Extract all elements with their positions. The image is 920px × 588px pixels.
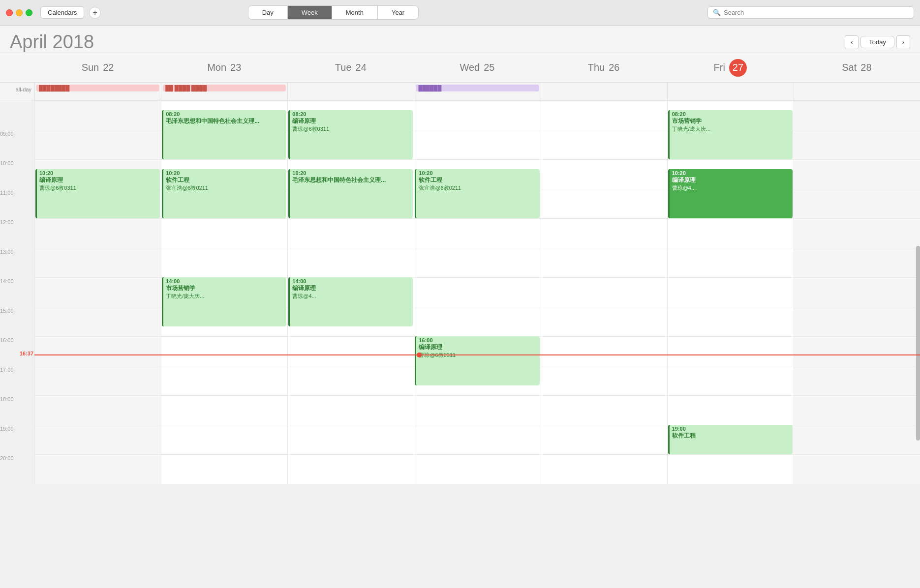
time-cell-11:00-day4[interactable] xyxy=(541,189,667,218)
allday-event-mon[interactable]: ██ ████ ████ xyxy=(163,85,286,91)
time-cell-14:00-day4[interactable] xyxy=(541,277,667,307)
event-block-8[interactable]: 14:00 市场营销学 丁晓光/庞大庆... xyxy=(162,277,286,326)
event-block-5[interactable]: 10:20 毛泽东思想和中国特色社会主义理... xyxy=(288,169,413,218)
time-cell-08:00-day4[interactable] xyxy=(541,100,667,130)
time-cell-20:00-day0[interactable] xyxy=(34,454,161,484)
time-cell-15:00-day5[interactable] xyxy=(667,307,794,336)
time-cell-17:00-day1[interactable] xyxy=(161,366,287,395)
time-cell-17:00-day5[interactable] xyxy=(667,366,794,395)
view-month-button[interactable]: Month xyxy=(332,6,378,19)
allday-cell-thu[interactable] xyxy=(541,83,667,100)
time-cell-12:00-day3[interactable] xyxy=(414,218,540,248)
time-cell-14:00-day3[interactable] xyxy=(414,277,540,307)
time-cell-19:00-day4[interactable] xyxy=(541,425,667,454)
time-cell-12:00-day2[interactable] xyxy=(287,218,414,248)
time-cell-14:00-day5[interactable] xyxy=(667,277,794,307)
time-cell-15:00-day4[interactable] xyxy=(541,307,667,336)
event-block-3[interactable]: 10:20 编译原理 曹琼@6教0311 xyxy=(35,169,160,218)
time-cell-20:00-day6[interactable] xyxy=(794,454,920,484)
view-day-button[interactable]: Day xyxy=(248,6,288,19)
event-block-7[interactable]: 10:20 编译原理 曹琼@4... xyxy=(668,169,793,218)
time-cell-18:00-day0[interactable] xyxy=(34,395,161,425)
event-block-0[interactable]: 08:20 毛泽东思想和中国特色社会主义理... xyxy=(162,110,286,159)
fullscreen-button[interactable] xyxy=(26,9,32,16)
time-cell-18:00-day6[interactable] xyxy=(794,395,920,425)
time-cell-18:00-day4[interactable] xyxy=(541,395,667,425)
time-cell-13:00-day4[interactable] xyxy=(541,248,667,277)
event-block-11[interactable]: 19:00 软件工程 xyxy=(668,425,793,454)
time-cell-16:00-day2[interactable] xyxy=(287,336,414,366)
time-cell-12:00-day1[interactable] xyxy=(161,218,287,248)
close-button[interactable] xyxy=(6,9,13,16)
scrollbar-thumb[interactable] xyxy=(916,246,920,440)
minimize-button[interactable] xyxy=(16,9,23,16)
add-button[interactable]: + xyxy=(89,7,101,19)
time-cell-13:00-day2[interactable] xyxy=(287,248,414,277)
allday-cell-wed[interactable]: ██████ xyxy=(414,83,540,100)
allday-cell-sun[interactable]: ████████ xyxy=(34,83,161,100)
time-cell-12:00-day5[interactable] xyxy=(667,218,794,248)
search-input[interactable] xyxy=(724,9,909,16)
allday-cell-fri[interactable] xyxy=(667,83,794,100)
allday-event-sun[interactable]: ████████ xyxy=(36,85,159,91)
time-cell-19:00-day3[interactable] xyxy=(414,425,540,454)
time-cell-09:00-day3[interactable] xyxy=(414,130,540,159)
time-cell-19:00-day1[interactable] xyxy=(161,425,287,454)
time-cell-17:00-day0[interactable] xyxy=(34,366,161,395)
time-cell-16:00-day1[interactable] xyxy=(161,336,287,366)
time-cell-19:00-day2[interactable] xyxy=(287,425,414,454)
time-cell-18:00-day3[interactable] xyxy=(414,395,540,425)
time-cell-10:00-day6[interactable] xyxy=(794,159,920,189)
time-cell-17:00-day4[interactable] xyxy=(541,366,667,395)
allday-event-wed[interactable]: ██████ xyxy=(416,85,539,91)
time-cell-16:00-day4[interactable] xyxy=(541,336,667,366)
time-cell-08:00-day6[interactable] xyxy=(794,100,920,130)
time-cell-13:00-day1[interactable] xyxy=(161,248,287,277)
time-cell-15:00-day3[interactable] xyxy=(414,307,540,336)
time-cell-09:00-day4[interactable] xyxy=(541,130,667,159)
time-cell-13:00-day6[interactable] xyxy=(794,248,920,277)
time-cell-15:00-day0[interactable] xyxy=(34,307,161,336)
event-block-1[interactable]: 08:20 编译原理 曹琼@6教0311 xyxy=(288,110,413,159)
time-cell-09:00-day6[interactable] xyxy=(794,130,920,159)
time-cell-11:00-day6[interactable] xyxy=(794,189,920,218)
event-block-10[interactable]: 16:00 编译原理 曹琼@6教0311 xyxy=(415,336,539,385)
time-cell-18:00-day1[interactable] xyxy=(161,395,287,425)
view-year-button[interactable]: Year xyxy=(378,6,418,19)
time-cell-18:00-day2[interactable] xyxy=(287,395,414,425)
view-week-button[interactable]: Week xyxy=(288,6,332,19)
time-cell-20:00-day4[interactable] xyxy=(541,454,667,484)
time-cell-13:00-day3[interactable] xyxy=(414,248,540,277)
time-cell-13:00-day5[interactable] xyxy=(667,248,794,277)
prev-button[interactable]: ‹ xyxy=(845,35,859,49)
time-cell-10:00-day4[interactable] xyxy=(541,159,667,189)
time-cell-17:00-day6[interactable] xyxy=(794,366,920,395)
time-cell-13:00-day0[interactable] xyxy=(34,248,161,277)
allday-cell-mon[interactable]: ██ ████ ████ xyxy=(161,83,287,100)
time-cell-18:00-day5[interactable] xyxy=(667,395,794,425)
time-cell-19:00-day6[interactable] xyxy=(794,425,920,454)
time-cell-16:00-day0[interactable] xyxy=(34,336,161,366)
time-cell-14:00-day0[interactable] xyxy=(34,277,161,307)
calendars-button[interactable]: Calendars xyxy=(40,6,84,19)
allday-cell-tue[interactable] xyxy=(287,83,414,100)
next-button[interactable]: › xyxy=(896,35,910,49)
time-cell-12:00-day6[interactable] xyxy=(794,218,920,248)
search-box[interactable]: 🔍 xyxy=(707,6,914,19)
time-cell-09:00-day0[interactable] xyxy=(34,130,161,159)
time-cell-08:00-day3[interactable] xyxy=(414,100,540,130)
time-cell-20:00-day2[interactable] xyxy=(287,454,414,484)
event-block-4[interactable]: 10:20 软件工程 张宜浩@6教0211 xyxy=(162,169,286,218)
today-button[interactable]: Today xyxy=(860,36,894,48)
time-cell-16:00-day6[interactable] xyxy=(794,336,920,366)
time-cell-14:00-day6[interactable] xyxy=(794,277,920,307)
time-cell-12:00-day0[interactable] xyxy=(34,218,161,248)
time-cell-17:00-day2[interactable] xyxy=(287,366,414,395)
time-cell-16:00-day5[interactable] xyxy=(667,336,794,366)
time-cell-20:00-day5[interactable] xyxy=(667,454,794,484)
event-block-2[interactable]: 08:20 市场营销学 丁晓光/庞大庆... xyxy=(668,110,793,159)
time-cell-19:00-day0[interactable] xyxy=(34,425,161,454)
time-cell-12:00-day4[interactable] xyxy=(541,218,667,248)
allday-cell-sat[interactable] xyxy=(794,83,920,100)
time-cell-15:00-day6[interactable] xyxy=(794,307,920,336)
